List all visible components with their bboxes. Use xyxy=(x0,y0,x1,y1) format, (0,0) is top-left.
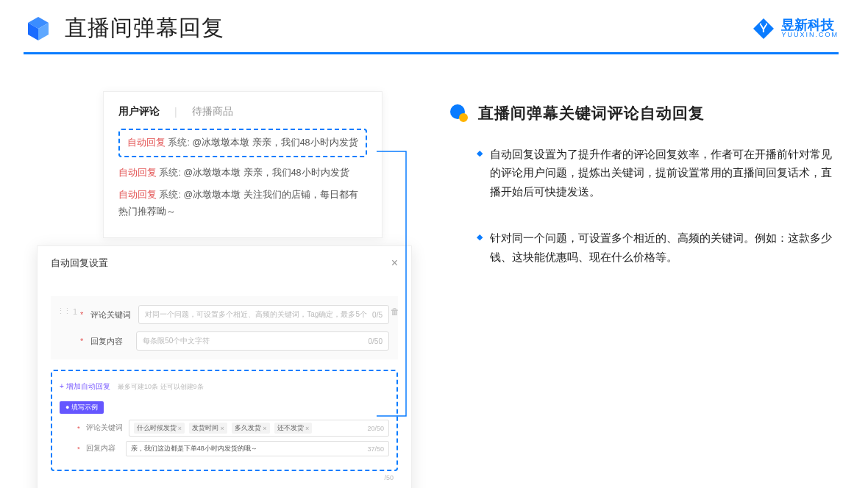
comment-row-highlighted: 自动回复 系统: @冰墩墩本墩 亲亲，我们48小时内发货 xyxy=(118,129,367,157)
auto-reply-tag: 自动回复 xyxy=(118,168,157,178)
settings-title: 自动回复设置 xyxy=(51,256,108,270)
cube-icon xyxy=(24,14,53,43)
diamond-icon: ◆ xyxy=(477,232,483,267)
brand-name-en: YUUXIN.COM xyxy=(781,32,839,38)
section-title: 直播间弹幕关键词评论自动回复 xyxy=(478,103,705,123)
page-title: 直播间弹幕回复 xyxy=(65,13,224,43)
comment-row: 自动回复 系统: @冰墩墩本墩 关注我们的店铺，每日都有热门推荐呦～ xyxy=(118,184,367,223)
delete-icon[interactable]: 🗑 xyxy=(391,306,399,317)
auto-reply-tag: 自动回复 xyxy=(118,190,157,200)
ex-keyword-input[interactable]: 什么时候发货× 发货时间× 多久发货× 还不发货× 20/50 xyxy=(129,420,389,437)
comments-panel: 用户评论 | 待播商品 自动回复 系统: @冰墩墩本墩 亲亲，我们48小时内发货… xyxy=(103,91,383,238)
auto-reply-settings-modal: 自动回复设置 × ⋮⋮ 1 🗑 * 评论关键词 对同一个问题，可设置多个相近、高… xyxy=(37,245,412,488)
content-input[interactable]: 每条限50个中文字符 0/50 xyxy=(136,331,389,351)
trailing-count: /50 xyxy=(384,474,394,481)
comment-row: 自动回复 系统: @冰墩墩本墩 亲亲，我们48小时内发货 xyxy=(118,162,367,184)
drag-handle[interactable]: ⋮⋮ 1 xyxy=(57,306,77,316)
add-hint: 最多可建10条 还可以创建9条 xyxy=(118,383,204,390)
ex-content-label: 回复内容 xyxy=(86,444,120,453)
diamond-icon: ◆ xyxy=(477,148,483,201)
bullet-text: 针对同一个问题，可设置多个相近的、高频的关键词。例如：这款多少钱、这块能优惠吗、… xyxy=(490,229,839,267)
tab-pending-products[interactable]: 待播商品 xyxy=(192,105,233,118)
example-badge: ● 填写示例 xyxy=(60,401,104,414)
svg-point-8 xyxy=(459,113,468,122)
bullet-item: ◆ 针对同一个问题，可设置多个相近的、高频的关键词。例如：这款多少钱、这块能优惠… xyxy=(449,229,839,267)
brand-logo: Y 昱新科技 YUUXIN.COM xyxy=(752,17,839,40)
tab-user-comments[interactable]: 用户评论 xyxy=(118,105,160,118)
keyword-tag[interactable]: 发货时间× xyxy=(189,423,227,434)
bullet-text: 自动回复设置为了提升作者的评论回复效率，作者可在开播前针对常见的评论用户问题，提… xyxy=(490,146,839,201)
bullet-item: ◆ 自动回复设置为了提升作者的评论回复效率，作者可在开播前针对常见的评论用户问题… xyxy=(449,146,839,201)
keyword-tag[interactable]: 什么时候发货× xyxy=(134,423,185,434)
brand-name-cn: 昱新科技 xyxy=(781,18,839,32)
content-label: 回复内容 xyxy=(90,336,129,347)
keyword-tag[interactable]: 多久发货× xyxy=(232,423,269,434)
example-highlight: + 增加自动回复 最多可建10条 还可以创建9条 ● 填写示例 * 评论关键词 … xyxy=(51,370,398,471)
svg-point-5 xyxy=(760,23,761,24)
keyword-input[interactable]: 对同一个问题，可设置多个相近、高频的关键词，Tag确定，最多5个 0/5 xyxy=(138,305,389,324)
ex-content-input[interactable]: 亲，我们这边都是下单48小时内发货的哦～ 37/50 xyxy=(126,441,389,456)
tab-divider: | xyxy=(174,106,177,118)
ex-keyword-label: 评论关键词 xyxy=(86,423,123,433)
form-rule-block: ⋮⋮ 1 🗑 * 评论关键词 对同一个问题，可设置多个相近、高频的关键词，Tag… xyxy=(51,296,398,359)
close-icon[interactable]: × xyxy=(391,256,398,270)
auto-reply-tag: 自动回复 xyxy=(127,137,166,148)
section-dot-icon xyxy=(449,103,469,123)
svg-point-6 xyxy=(766,23,767,24)
add-auto-reply-link[interactable]: + 增加自动回复 xyxy=(60,381,110,392)
keyword-label: 评论关键词 xyxy=(90,309,131,320)
keyword-tag[interactable]: 还不发货× xyxy=(274,423,312,434)
